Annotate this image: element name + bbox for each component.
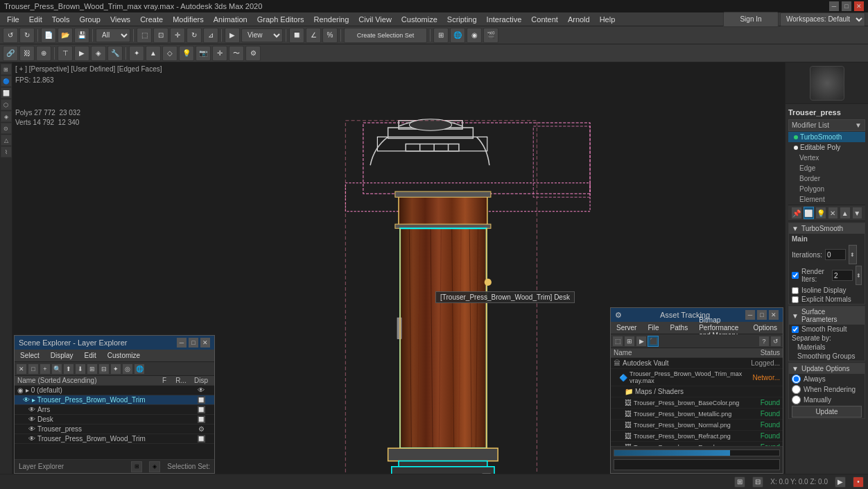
hierarchy-button[interactable]: ⊤ bbox=[58, 46, 73, 61]
undo-button[interactable]: ↺ bbox=[3, 28, 18, 43]
se-tb-6[interactable]: ⬇ bbox=[75, 363, 86, 375]
at-menu-options[interactable]: Options bbox=[751, 323, 780, 332]
se-tb-3[interactable]: + bbox=[40, 363, 51, 375]
shapes-tab[interactable]: ◇ bbox=[162, 46, 177, 61]
left-tool-7[interactable]: △ bbox=[1, 135, 12, 146]
at-tb-1[interactable]: ⬚ bbox=[612, 336, 623, 347]
at-menu-server[interactable]: Server bbox=[614, 323, 639, 332]
menu-tools[interactable]: Tools bbox=[48, 14, 74, 25]
se-row-layer0[interactable]: ◉ ▸ 0 (default) 👁 bbox=[15, 386, 214, 395]
link-button[interactable]: 🔗 bbox=[3, 46, 18, 61]
render-setup-button[interactable]: 🎬 bbox=[483, 28, 498, 43]
at-tb-help[interactable]: ? bbox=[758, 336, 770, 347]
se-menu-select[interactable]: Select bbox=[17, 351, 42, 360]
menu-arnold[interactable]: Arnold bbox=[564, 14, 594, 25]
mod-pipe-button[interactable]: ⬜ bbox=[804, 207, 815, 219]
geom-tab[interactable]: ▲ bbox=[146, 46, 161, 61]
render-button[interactable]: ▶ bbox=[225, 28, 240, 43]
renderiters-checkbox[interactable] bbox=[792, 272, 799, 279]
menu-file[interactable]: File bbox=[3, 14, 24, 25]
utilities-button[interactable]: 🔧 bbox=[107, 46, 123, 61]
se-tb-11[interactable]: 🌐 bbox=[134, 363, 145, 375]
at-minimize[interactable]: ─ bbox=[745, 310, 755, 320]
left-tool-5[interactable]: ◈ bbox=[1, 111, 12, 122]
at-maximize[interactable]: □ bbox=[757, 310, 767, 320]
minimize-button[interactable]: ─ bbox=[829, 1, 839, 11]
select-filter-dropdown[interactable]: All bbox=[96, 28, 130, 42]
unlink-button[interactable]: ⛓ bbox=[19, 46, 35, 61]
explicit-checkbox[interactable] bbox=[792, 296, 799, 303]
move-button[interactable]: ✛ bbox=[170, 28, 185, 43]
at-row-refract[interactable]: 🖼Trouser_Press_brown_Refract.png Found bbox=[611, 431, 783, 442]
create-selection-set-button[interactable]: Create Selection Set bbox=[344, 28, 427, 43]
smooth-result-checkbox[interactable] bbox=[792, 326, 799, 333]
menu-civil-view[interactable]: Civil View bbox=[354, 14, 395, 25]
left-tool-4[interactable]: ⬡ bbox=[1, 99, 12, 110]
at-tb-refresh[interactable]: ↺ bbox=[770, 336, 781, 347]
se-tb-8[interactable]: ⊟ bbox=[98, 363, 110, 375]
menu-rendering[interactable]: Rendering bbox=[310, 14, 354, 25]
at-row-metallic[interactable]: 🖼Trouser_Press_brown_Metallic.png Found bbox=[611, 409, 783, 420]
menu-customize[interactable]: Customize bbox=[397, 14, 442, 25]
menu-scripting[interactable]: Scripting bbox=[443, 14, 481, 25]
at-tb-3[interactable]: ▶ bbox=[636, 336, 647, 347]
se-tb-10[interactable]: ◎ bbox=[122, 363, 133, 375]
se-tb-5[interactable]: ⬆ bbox=[63, 363, 74, 375]
modifier-list-arrow[interactable]: ▼ bbox=[855, 121, 862, 129]
modifier-vertex[interactable]: Vertex bbox=[788, 153, 865, 163]
menu-animation[interactable]: Animation bbox=[209, 14, 252, 25]
menu-content[interactable]: Content bbox=[527, 14, 562, 25]
se-maximize[interactable]: □ bbox=[189, 338, 198, 348]
mod-pin-button[interactable]: 📌 bbox=[791, 207, 802, 219]
se-menu-display[interactable]: Display bbox=[48, 351, 76, 360]
always-radio[interactable] bbox=[792, 375, 801, 384]
helpers-tab[interactable]: ✛ bbox=[212, 46, 227, 61]
left-tool-1[interactable]: ⊞ bbox=[1, 64, 12, 75]
at-row-maps[interactable]: 📁Maps / Shaders bbox=[611, 386, 783, 397]
mod-light-button[interactable]: 💡 bbox=[815, 207, 826, 219]
maximize-button[interactable]: □ bbox=[842, 1, 851, 11]
status-anim-btn[interactable]: ▶ bbox=[835, 477, 846, 488]
iterations-spinner[interactable]: ⬍ bbox=[849, 245, 857, 264]
manually-radio[interactable] bbox=[792, 395, 801, 404]
se-tb-1[interactable]: ✕ bbox=[16, 363, 27, 375]
mod-up-button[interactable]: ▲ bbox=[840, 207, 851, 219]
se-close[interactable]: ✕ bbox=[200, 338, 210, 348]
menu-modifiers[interactable]: Modifiers bbox=[168, 14, 208, 25]
at-row-vault[interactable]: 🏛Autodesk Vault Logged... bbox=[611, 358, 783, 369]
snap-toggle[interactable]: 🔲 bbox=[289, 28, 304, 43]
se-tb-4[interactable]: 🔍 bbox=[51, 363, 62, 375]
open-button[interactable]: 📂 bbox=[58, 28, 73, 43]
status-btn-2[interactable]: ⊟ bbox=[752, 477, 763, 488]
modifier-edge[interactable]: Edge bbox=[788, 163, 865, 173]
se-tb-2[interactable]: □ bbox=[28, 363, 39, 375]
se-menu-edit[interactable]: Edit bbox=[82, 351, 99, 360]
modifier-polygon[interactable]: Polygon bbox=[788, 184, 865, 194]
save-button[interactable]: 💾 bbox=[74, 28, 89, 43]
renderiters-spinner[interactable]: ⬍ bbox=[856, 266, 862, 285]
menu-create[interactable]: Create bbox=[136, 14, 167, 25]
select-region-button[interactable]: ⊡ bbox=[153, 28, 168, 43]
autokey-button[interactable]: • bbox=[853, 477, 864, 488]
menu-edit[interactable]: Edit bbox=[25, 14, 46, 25]
se-tb-9[interactable]: ✦ bbox=[110, 363, 121, 375]
modifier-editablepoly[interactable]: Editable Poly bbox=[788, 142, 865, 153]
mod-delete-button[interactable]: ✕ bbox=[828, 207, 839, 219]
modifier-turbosmoothactive[interactable]: TurboSmooth bbox=[788, 132, 865, 142]
scene-explorer-button[interactable]: 🌐 bbox=[450, 28, 465, 43]
angle-snap[interactable]: ∠ bbox=[306, 28, 321, 43]
se-layer-btn[interactable]: ⊞ bbox=[131, 461, 142, 472]
menu-graph-editors[interactable]: Graph Editors bbox=[253, 14, 309, 25]
se-tb-7[interactable]: ⊞ bbox=[87, 363, 98, 375]
systems-tab[interactable]: ⚙ bbox=[245, 46, 261, 61]
layer-manager-button[interactable]: ⊞ bbox=[433, 28, 449, 43]
se-sel-btn[interactable]: ◈ bbox=[149, 461, 160, 472]
bind-button[interactable]: ⊕ bbox=[36, 46, 51, 61]
at-tb-4[interactable]: ⬛ bbox=[648, 336, 659, 347]
rotate-button[interactable]: ↻ bbox=[186, 28, 202, 43]
whenrendering-radio[interactable] bbox=[792, 385, 801, 394]
at-row-basecolor[interactable]: 🖼Trouser_Press_brown_BaseColor.png Found bbox=[611, 397, 783, 409]
menu-help[interactable]: Help bbox=[596, 14, 620, 25]
modifier-border[interactable]: Border bbox=[788, 173, 865, 184]
left-tool-8[interactable]: ⌇ bbox=[1, 146, 12, 157]
